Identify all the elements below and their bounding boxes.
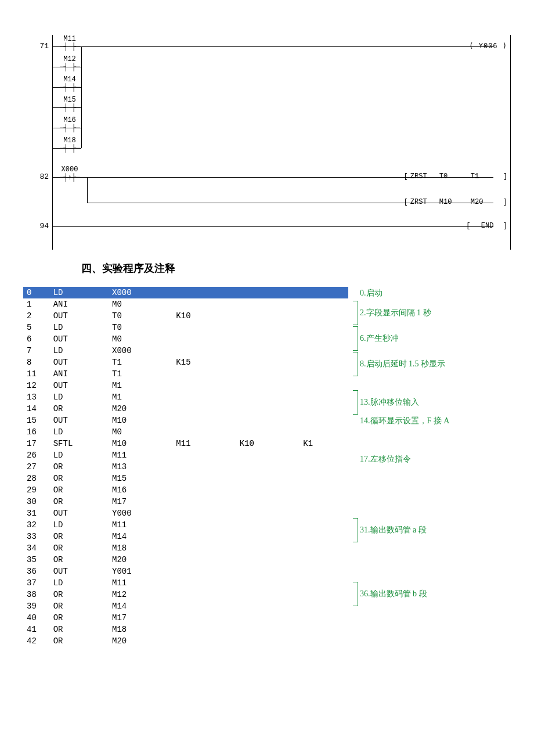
cell-op: OR	[51, 589, 110, 600]
cell-step: 39	[23, 600, 51, 612]
table-row: 1ANIM0	[23, 298, 348, 310]
cell-op: OUT	[51, 507, 110, 519]
cell-step: 13	[23, 391, 51, 403]
table-row: 28ORM15	[23, 473, 348, 484]
cell-a1: M13	[110, 461, 174, 473]
box-arg: M20	[471, 198, 502, 206]
cell-a1: M14	[110, 600, 174, 612]
cell-op: OUT	[51, 310, 110, 322]
cell-a4	[301, 624, 348, 635]
cell-a1: T0	[110, 310, 174, 322]
cell-a3	[237, 519, 301, 531]
note-bracket-icon	[353, 582, 358, 606]
ladder-diagram: 71 M11 ─┤ ├─ M12 ─┤ ├─ M14 ─┤ ├─ M15 ─┤ …	[23, 35, 511, 250]
cell-a4	[301, 449, 348, 461]
cell-a4	[301, 600, 348, 612]
cell-a2	[174, 298, 237, 310]
cell-op: OR	[51, 473, 110, 484]
cell-a2: K10	[174, 310, 237, 322]
note-bracket-icon	[353, 301, 358, 325]
table-row: 13LDM1	[23, 391, 348, 403]
cell-step: 6	[23, 333, 51, 345]
cell-a4	[301, 635, 348, 647]
contact-no: M14 ─┤ ├─	[58, 75, 81, 92]
instruction-block: 0LDX0001ANIM02OUTT0K105LDT06OUTM07LDX000…	[23, 287, 511, 647]
note: 8.启动后延时 1.5 秒显示	[360, 359, 445, 369]
cell-a1: M0	[110, 298, 174, 310]
cell-a1: M1	[110, 391, 174, 403]
table-row: 41ORM18	[23, 624, 348, 635]
cell-a2	[174, 589, 237, 600]
rung-number: 71	[35, 42, 49, 51]
cell-a3	[237, 496, 301, 507]
contact-no: M16 ─┤ ├─	[58, 116, 81, 132]
table-row: 30ORM17	[23, 496, 348, 507]
cell-a3	[237, 426, 301, 438]
cell-a1: M16	[110, 484, 174, 496]
table-row: 15OUTM10	[23, 415, 348, 426]
table-row: 32LDM11	[23, 519, 348, 531]
cell-a2	[174, 612, 237, 624]
rung-number: 94	[35, 222, 49, 231]
cell-op: LD	[51, 391, 110, 403]
cell-step: 40	[23, 612, 51, 624]
cell-op: LD	[51, 345, 110, 357]
cell-a4	[301, 415, 348, 426]
cell-a4	[301, 577, 348, 589]
table-row: 14ORM20	[23, 403, 348, 415]
section-heading: 四、实验程序及注释	[81, 261, 534, 275]
contact-no: M15 ─┤ ├─	[58, 96, 81, 112]
cell-step: 0	[23, 287, 51, 298]
cell-a4	[301, 554, 348, 566]
cell-a4	[301, 322, 348, 333]
cell-a3	[237, 507, 301, 519]
cell-a2	[174, 577, 237, 589]
cell-op: ANI	[51, 298, 110, 310]
table-row: 12OUTM1	[23, 380, 348, 391]
cell-a2	[174, 542, 237, 554]
cell-a1: M11	[110, 519, 174, 531]
cell-a4	[301, 403, 348, 415]
table-row: 36OUTY001	[23, 566, 348, 577]
table-row: 7LDX000	[23, 345, 348, 357]
ladder-wire	[52, 46, 493, 47]
cell-a4	[301, 345, 348, 357]
cell-op: OR	[51, 612, 110, 624]
cell-a2	[174, 380, 237, 391]
cell-a3	[237, 357, 301, 368]
cell-step: 2	[23, 310, 51, 322]
cell-a4	[301, 519, 348, 531]
cell-a4	[301, 368, 348, 380]
cell-a3	[237, 635, 301, 647]
cell-op: OUT	[51, 357, 110, 368]
cell-a3	[237, 380, 301, 391]
cell-a2	[174, 461, 237, 473]
cell-a2: M11	[174, 438, 237, 449]
cell-a1: X000	[110, 345, 174, 357]
table-row: 8OUTT1K15	[23, 357, 348, 368]
cell-a1: M11	[110, 577, 174, 589]
cell-op: LD	[51, 426, 110, 438]
note-bracket-icon	[353, 326, 358, 351]
note: 17.左移位指令	[360, 454, 411, 465]
cell-op: LD	[51, 322, 110, 333]
cell-op: OR	[51, 542, 110, 554]
cell-a3	[237, 473, 301, 484]
cell-a2	[174, 368, 237, 380]
note: 0.启动	[360, 288, 383, 298]
cell-op: LD	[51, 577, 110, 589]
cell-step: 35	[23, 554, 51, 566]
cell-a3	[237, 345, 301, 357]
cell-step: 26	[23, 449, 51, 461]
cell-a2	[174, 322, 237, 333]
cell-a2	[174, 484, 237, 496]
cell-op: SFTL	[51, 438, 110, 449]
cell-a2	[174, 635, 237, 647]
table-row: 5LDT0	[23, 322, 348, 333]
cell-a1: M1	[110, 380, 174, 391]
cell-step: 28	[23, 473, 51, 484]
cell-op: LD	[51, 287, 110, 298]
table-row: 40ORM17	[23, 612, 348, 624]
cell-a1: M14	[110, 531, 174, 542]
cell-step: 42	[23, 635, 51, 647]
